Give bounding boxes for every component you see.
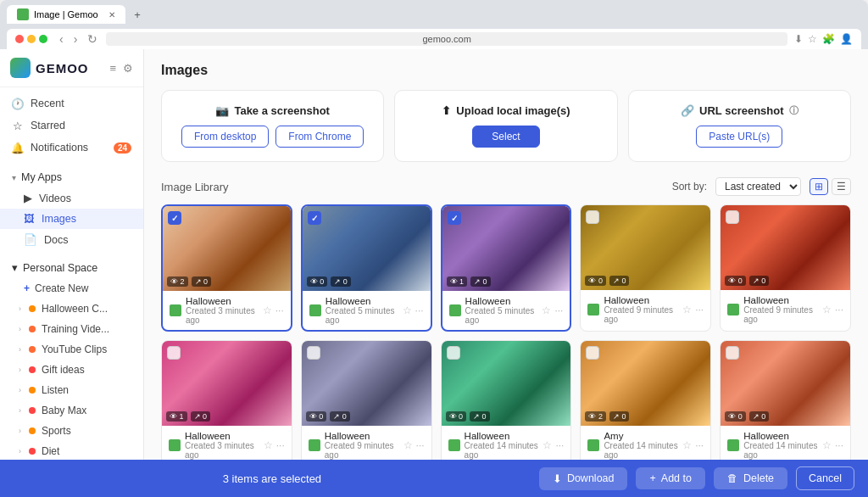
star-action-3[interactable]: ☆: [682, 304, 692, 316]
select-button[interactable]: Select: [472, 126, 539, 148]
image-icon-1: [309, 304, 321, 316]
star-action-9[interactable]: ☆: [822, 439, 832, 451]
image-name-1: Halloween: [326, 296, 398, 306]
active-tab[interactable]: Image | Gemoo ✕: [7, 5, 125, 24]
download-button[interactable]: ⬇ Download: [539, 467, 628, 490]
ps-item-4[interactable]: › Listen: [0, 380, 143, 400]
image-checkbox-3[interactable]: [586, 210, 599, 224]
image-checkbox-6[interactable]: [307, 346, 320, 360]
image-checkbox-7[interactable]: [447, 346, 460, 360]
extension-icon[interactable]: 🧩: [822, 33, 835, 45]
sidebar-item-recent[interactable]: 🕐 Recent: [0, 92, 143, 114]
image-card-3[interactable]: 👁 0 ↗ 0 Halloween Created 9 minutes ago …: [580, 204, 711, 332]
ps-item-3[interactable]: › Gift ideas: [0, 360, 143, 380]
address-bar[interactable]: gemoo.com: [106, 32, 787, 46]
more-action-2[interactable]: ···: [554, 304, 563, 316]
image-stats-3: 👁 0 ↗ 0: [585, 276, 629, 286]
refresh-button[interactable]: ↻: [86, 32, 99, 46]
bookmark-icon[interactable]: ☆: [808, 33, 817, 45]
download-label: Download: [567, 472, 615, 484]
sidebar-item-starred[interactable]: ☆ Starred: [0, 114, 143, 137]
image-icon-6: [309, 439, 320, 451]
paste-url-button[interactable]: Paste URL(s): [696, 126, 782, 148]
ps-item-7[interactable]: › Diet: [0, 441, 143, 461]
more-action-0[interactable]: ···: [275, 304, 284, 316]
ps-bullet-5: [29, 407, 36, 414]
personal-space-section: ▾ Personal Space + Create New › Hallowee…: [0, 254, 143, 485]
image-card-0[interactable]: ✓ 👁 2 ↗ 0 Halloween Created 3 minutes ag…: [161, 204, 292, 332]
my-apps-label: My Apps: [21, 171, 62, 183]
star-action-8[interactable]: ☆: [682, 439, 692, 451]
ps-item-5[interactable]: › Baby Max: [0, 400, 143, 421]
image-card-2[interactable]: ✓ 👁 1 ↗ 0 Halloween Created 5 minutes ag…: [441, 204, 572, 332]
star-action-2[interactable]: ☆: [542, 304, 551, 316]
ps-item-0[interactable]: › Halloween C...: [0, 299, 143, 319]
sidebar-item-notifications[interactable]: 🔔 Notifications 24: [0, 137, 143, 159]
image-checkbox-0[interactable]: ✓: [168, 211, 181, 225]
image-card-1[interactable]: ✓ 👁 0 ↗ 0 Halloween Created 5 minutes ag…: [301, 204, 432, 332]
more-action-7[interactable]: ···: [555, 439, 564, 451]
ps-chevron-5: ›: [19, 406, 21, 415]
cancel-button[interactable]: Cancel: [796, 466, 854, 490]
image-card-8[interactable]: 👁 2 ↗ 0 Amy Created 14 minutes ago ☆ ···: [580, 340, 711, 466]
delete-button[interactable]: 🗑 Delete: [714, 467, 787, 489]
create-new-button[interactable]: + Create New: [0, 278, 143, 299]
eye-stat-7: 👁 0: [446, 411, 467, 422]
settings-icon[interactable]: ⚙: [123, 62, 133, 75]
list-view-button[interactable]: ☰: [832, 178, 851, 195]
menu-icon[interactable]: ≡: [109, 62, 116, 75]
grid-view-button[interactable]: ⊞: [810, 178, 828, 195]
from-desktop-button[interactable]: From desktop: [181, 126, 269, 148]
image-actions-2: ☆ ···: [542, 304, 563, 316]
image-card-4[interactable]: 👁 0 ↗ 0 Halloween Created 9 minutes ago …: [720, 204, 851, 332]
star-action-7[interactable]: ☆: [542, 439, 552, 451]
more-action-6[interactable]: ···: [416, 439, 425, 451]
from-chrome-button[interactable]: From Chrome: [275, 126, 364, 148]
image-checkbox-8[interactable]: [586, 346, 599, 360]
tab-close-button[interactable]: ✕: [108, 10, 115, 20]
image-checkbox-1[interactable]: ✓: [308, 211, 321, 225]
forward-button[interactable]: ›: [72, 32, 80, 46]
sidebar-item-images[interactable]: 🖼 Images: [0, 209, 143, 229]
more-action-3[interactable]: ···: [695, 304, 704, 316]
upload-section: 📷 Take a screenshot From desktop From Ch…: [161, 90, 851, 162]
image-name-7: Halloween: [465, 431, 539, 441]
back-button[interactable]: ‹: [58, 32, 65, 46]
more-action-8[interactable]: ···: [695, 439, 704, 451]
sidebar-item-videos[interactable]: ▶ Videos: [0, 187, 143, 209]
image-checkbox-2[interactable]: ✓: [448, 211, 461, 225]
image-card-7[interactable]: 👁 0 ↗ 0 Halloween Created 14 minutes ago…: [441, 340, 572, 466]
ps-item-2[interactable]: › YouTube Clips: [0, 339, 143, 360]
new-tab-button[interactable]: +: [129, 6, 146, 23]
selection-count-text: 3 items are selected: [14, 472, 531, 485]
image-checkbox-9[interactable]: [726, 346, 739, 360]
image-stats-8: 👁 2 ↗ 0: [585, 411, 629, 422]
ps-item-6[interactable]: › Sports: [0, 421, 143, 441]
logo[interactable]: GEMOO: [10, 58, 89, 78]
more-action-4[interactable]: ···: [835, 304, 843, 316]
ps-item-1[interactable]: › Training Vide...: [0, 319, 143, 339]
image-card-5[interactable]: 👁 1 ↗ 0 Halloween Created 3 minutes ago …: [161, 340, 292, 466]
star-action-0[interactable]: ☆: [263, 304, 272, 316]
star-action-4[interactable]: ☆: [822, 304, 832, 316]
image-card-9[interactable]: 👁 0 ↗ 0 Halloween Created 14 minutes ago…: [720, 340, 851, 466]
ps-label-2: YouTube Clips: [42, 343, 107, 355]
star-action-5[interactable]: ☆: [264, 439, 273, 451]
image-checkbox-4[interactable]: [726, 210, 739, 224]
download-icon[interactable]: ⬇: [794, 33, 803, 45]
my-apps-header[interactable]: ▾ My Apps: [0, 167, 143, 187]
info-icon[interactable]: ⓘ: [789, 104, 798, 117]
sidebar-item-docs[interactable]: 📄 Docs: [0, 229, 143, 250]
star-action-1[interactable]: ☆: [403, 304, 412, 316]
image-checkbox-5[interactable]: [167, 346, 181, 360]
image-name-3: Halloween: [604, 295, 678, 305]
sort-select[interactable]: Last created: [715, 177, 801, 196]
more-action-1[interactable]: ···: [415, 304, 424, 316]
personal-space-header[interactable]: ▾ Personal Space: [0, 257, 143, 278]
more-action-5[interactable]: ···: [276, 439, 285, 451]
image-card-6[interactable]: 👁 0 ↗ 0 Halloween Created 9 minutes ago …: [301, 340, 432, 466]
profile-icon[interactable]: 👤: [840, 33, 853, 45]
star-action-6[interactable]: ☆: [403, 439, 413, 451]
add-to-button[interactable]: + Add to: [636, 467, 704, 489]
more-action-9[interactable]: ···: [835, 439, 843, 451]
